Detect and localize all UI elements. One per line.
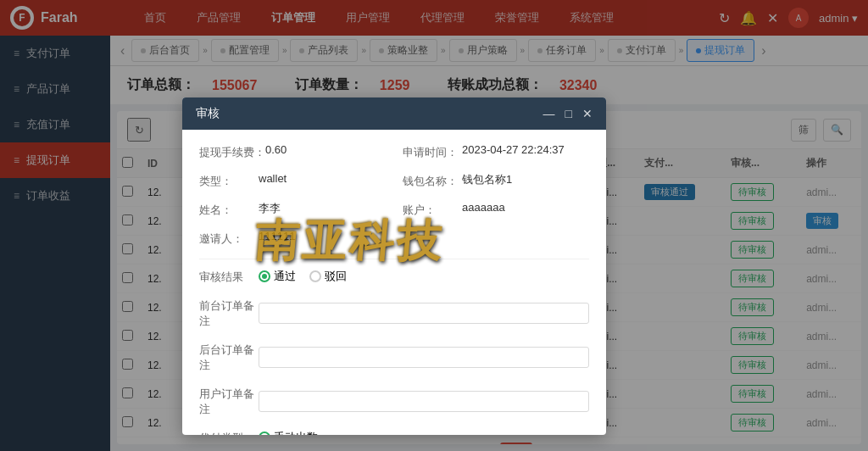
backend-remark-input[interactable] xyxy=(259,347,589,368)
type-value: wallet xyxy=(259,172,386,185)
payment-type-label: 代付类型： xyxy=(199,429,259,435)
radio-reject-label: 驳回 xyxy=(325,269,347,284)
fee-label: 提现手续费： xyxy=(199,143,265,160)
radio-manual[interactable]: 手动出数 xyxy=(259,430,318,435)
form-group-time: 申请时间： 2023-04-27 22:24:37 xyxy=(403,143,589,160)
form-group-wallet: 钱包名称： 钱包名称1 xyxy=(403,172,589,189)
form-row-review: 审核结果 通过 驳回 xyxy=(199,268,589,285)
maximize-icon[interactable]: □ xyxy=(565,107,572,120)
form-row-user-remark: 用户订单备注 xyxy=(199,385,589,417)
form-row-payment-type: 代付类型： 手动出数 xyxy=(199,429,589,435)
type-label: 类型： xyxy=(199,172,259,189)
radio-reject[interactable]: 驳回 xyxy=(309,269,347,284)
review-modal: 审核 — □ ✕ 提现手续费： 0.60 申请时间： 2023-04-27 22… xyxy=(182,97,606,435)
radio-pass[interactable]: 通过 xyxy=(259,269,296,284)
form-group-type: 类型： wallet xyxy=(199,172,386,189)
form-row-2: 类型： wallet 钱包名称： 钱包名称1 xyxy=(199,172,589,189)
modal-overlay: 审核 — □ ✕ 提现手续费： 0.60 申请时间： 2023-04-27 22… xyxy=(0,0,868,451)
backend-remark-label: 后台订单备注 xyxy=(199,341,259,373)
time-value: 2023-04-27 22:24:37 xyxy=(462,143,589,156)
user-remark-input[interactable] xyxy=(259,391,589,412)
radio-pass-label: 通过 xyxy=(274,269,296,284)
wallet-label: 钱包名称： xyxy=(403,172,462,189)
name-value: 李李 xyxy=(259,201,386,216)
radio-manual-label: 手动出数 xyxy=(274,430,318,435)
wallet-value: 钱包名称1 xyxy=(462,172,589,187)
form-group-backend: 后台订单备注 xyxy=(199,341,589,373)
modal-close-icon[interactable]: ✕ xyxy=(582,107,593,120)
fee-value: 0.60 xyxy=(265,143,386,156)
form-row-backend-remark: 后台订单备注 xyxy=(199,341,589,373)
form-row-1: 提现手续费： 0.60 申请时间： 2023-04-27 22:24:37 xyxy=(199,143,589,160)
radio-pass-dot xyxy=(259,270,270,282)
modal-header-actions: — □ ✕ xyxy=(543,107,593,120)
account-label: 账户： xyxy=(403,201,462,218)
form-group-inviter: 邀请人： 111111 xyxy=(199,230,386,247)
account-value: aaaaaaa xyxy=(462,201,589,214)
name-label: 姓名： xyxy=(199,201,259,218)
modal-body: 提现手续费： 0.60 申请时间： 2023-04-27 22:24:37 类型… xyxy=(182,130,606,435)
minimize-icon[interactable]: — xyxy=(543,107,555,120)
review-result-label: 审核结果 xyxy=(199,268,259,285)
form-row-4: 邀请人： 111111 xyxy=(199,230,589,247)
modal-header: 审核 — □ ✕ xyxy=(182,97,606,130)
form-group-account: 账户： aaaaaaa xyxy=(403,201,589,218)
form-group-review-result: 审核结果 通过 驳回 xyxy=(199,268,589,285)
form-group-frontend: 前台订单备注 xyxy=(199,297,589,329)
inviter-label: 邀请人： xyxy=(199,230,259,247)
radio-group: 通过 驳回 xyxy=(259,269,347,284)
form-row-3: 姓名： 李李 账户： aaaaaaa xyxy=(199,201,589,218)
frontend-remark-input[interactable] xyxy=(259,303,589,324)
inviter-value: 111111 xyxy=(259,230,386,242)
time-label: 申请时间： xyxy=(403,143,462,160)
form-group-name: 姓名： 李李 xyxy=(199,201,386,218)
form-divider-1 xyxy=(199,259,589,259)
user-remark-label: 用户订单备注 xyxy=(199,385,259,417)
form-group-payment: 代付类型： 手动出数 xyxy=(199,429,589,435)
radio-manual-dot xyxy=(259,432,270,435)
form-group-empty xyxy=(403,230,589,247)
form-group-user: 用户订单备注 xyxy=(199,385,589,417)
modal-title: 审核 xyxy=(196,106,220,121)
form-row-frontend-remark: 前台订单备注 xyxy=(199,297,589,329)
radio-reject-dot xyxy=(309,270,321,282)
form-group-fee: 提现手续费： 0.60 xyxy=(199,143,386,160)
radio-group-payment: 手动出数 xyxy=(259,430,318,435)
frontend-remark-label: 前台订单备注 xyxy=(199,297,259,329)
